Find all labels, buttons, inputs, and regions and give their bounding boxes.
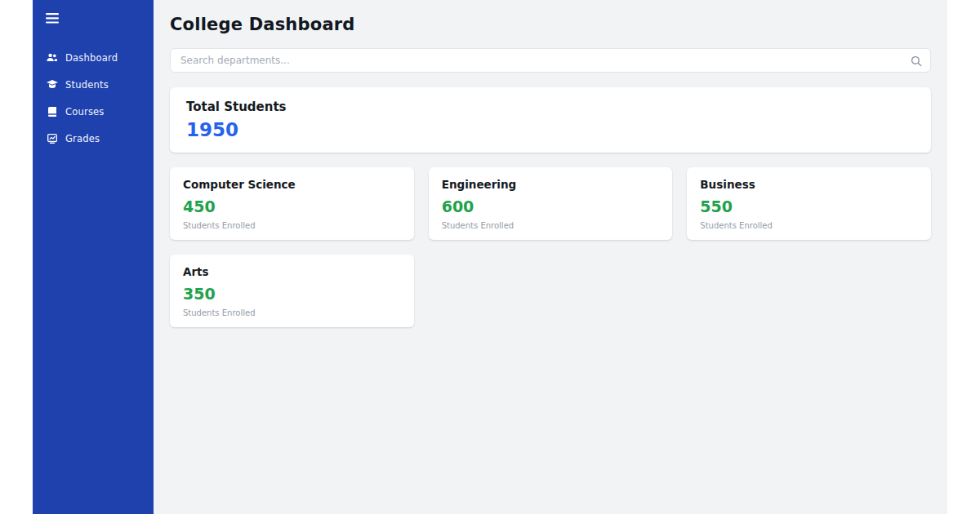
department-card-business: Business 550 Students Enrolled [687,167,931,240]
book-icon [46,107,58,117]
sidebar-item-students[interactable]: Students [46,77,154,92]
departments-grid: Computer Science 450 Students Enrolled E… [170,167,931,327]
sidebar-item-courses[interactable]: Courses [46,104,154,119]
page-title: College Dashboard [170,15,931,34]
department-card-computer-science: Computer Science 450 Students Enrolled [170,167,414,240]
main-content: College Dashboard Total Students 1950 Co… [154,0,947,514]
department-caption: Students Enrolled [183,308,401,317]
department-name: Engineering [442,178,660,191]
search-input[interactable] [170,48,931,73]
department-value: 600 [442,199,660,215]
sidebar-nav: Dashboard Students Cours [46,50,154,146]
search-icon[interactable] [911,55,922,70]
sidebar-item-label: Grades [65,133,100,144]
department-value: 550 [700,199,918,215]
total-students-card: Total Students 1950 [170,87,931,153]
app-container: Dashboard Students Cours [33,0,947,514]
sidebar-item-grades[interactable]: Grades [46,131,154,146]
hamburger-icon[interactable] [46,11,59,27]
department-card-engineering: Engineering 600 Students Enrolled [429,167,673,240]
chart-icon [46,134,58,144]
sidebar: Dashboard Students Cours [33,0,154,514]
sidebar-item-label: Dashboard [65,52,118,64]
total-students-value: 1950 [186,121,915,140]
department-value: 450 [183,199,401,215]
department-value: 350 [183,286,401,302]
department-caption: Students Enrolled [183,221,401,230]
department-card-arts: Arts 350 Students Enrolled [170,255,414,327]
department-name: Computer Science [183,178,401,191]
sidebar-item-label: Courses [65,106,105,117]
total-students-title: Total Students [186,100,915,114]
department-name: Business [700,178,918,191]
users-icon [46,53,58,62]
search-bar [170,48,931,73]
graduation-cap-icon [46,80,58,89]
department-caption: Students Enrolled [442,221,660,230]
sidebar-item-dashboard[interactable]: Dashboard [46,50,154,65]
sidebar-item-label: Students [65,79,109,91]
department-name: Arts [183,265,401,278]
department-caption: Students Enrolled [700,221,918,230]
